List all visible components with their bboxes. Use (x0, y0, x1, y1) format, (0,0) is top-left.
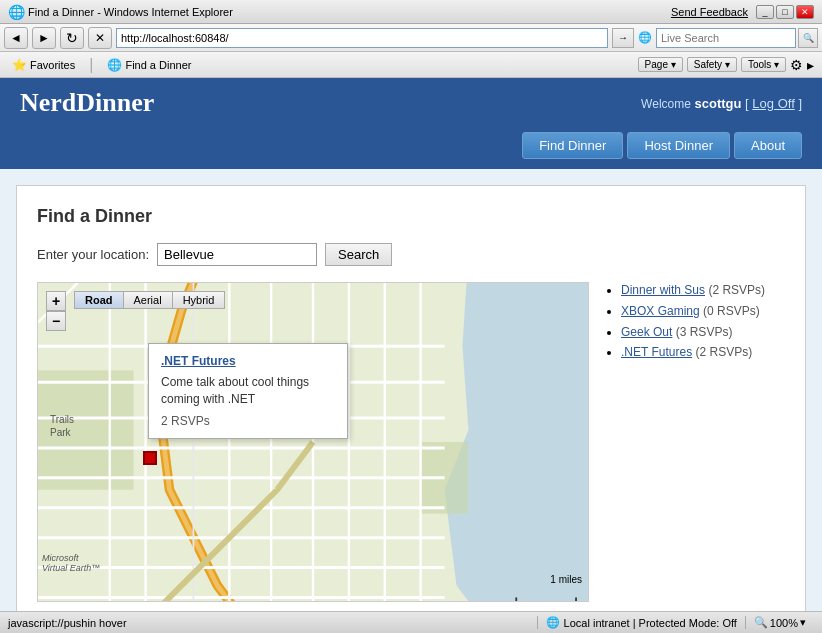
forward-button[interactable]: ► (32, 27, 56, 49)
result-link-0[interactable]: Dinner with Sus (621, 283, 705, 297)
result-link-1[interactable]: XBOX Gaming (621, 304, 700, 318)
toolbar-right-buttons: Page ▾ Safety ▾ Tools ▾ ⚙ ▸ (638, 57, 814, 73)
zone-label: Local intranet | Protected Mode: Off (564, 617, 737, 629)
result-rsvp-1: (0 RSVPs) (703, 304, 760, 318)
browser-titlebar: 🌐 Find a Dinner - Windows Internet Explo… (0, 0, 822, 24)
popup-description: Come talk about cool things coming with … (161, 374, 335, 408)
safety-menu-button[interactable]: Safety ▾ (687, 57, 737, 72)
back-button[interactable]: ◄ (4, 27, 28, 49)
result-item-0: Dinner with Sus (2 RSVPs) (621, 282, 785, 299)
address-bar[interactable] (116, 28, 608, 48)
virtual-earth-label: MicrosoftVirtual Earth™ (42, 553, 100, 573)
location-input[interactable] (157, 243, 317, 266)
zoom-label: 100% (770, 617, 798, 629)
search-button[interactable]: Search (325, 243, 392, 266)
feedback-link[interactable]: Send Feedback (671, 6, 748, 18)
minimize-button[interactable]: _ (756, 5, 774, 19)
zoom-out-button[interactable]: − (46, 311, 66, 331)
bookmark-separator: | (89, 56, 93, 74)
page-title: Find a Dinner (37, 206, 785, 227)
welcome-text: Welcome (641, 97, 691, 111)
map-marker[interactable] (143, 451, 157, 465)
browser-search-input[interactable] (656, 28, 796, 48)
site-logo: NerdDinner (20, 88, 154, 118)
location-form: Enter your location: Search (37, 243, 785, 266)
browser-title: Find a Dinner - Windows Internet Explore… (28, 6, 233, 18)
map-area[interactable]: © 2009 Microsoft Corporation © 2008 NAVT… (37, 282, 589, 602)
refresh-button[interactable]: ↻ (60, 27, 84, 49)
host-dinner-nav-button[interactable]: Host Dinner (627, 132, 730, 159)
result-item-1: XBOX Gaming (0 RSVPs) (621, 303, 785, 320)
zoom-in-button[interactable]: + (46, 291, 66, 311)
aerial-tab[interactable]: Aerial (123, 291, 172, 309)
browser-toolbar: ◄ ► ↻ ✕ → 🌐 🔍 (0, 24, 822, 52)
status-text: javascript://pushin hover (8, 617, 537, 629)
result-rsvp-2: (3 RSVPs) (676, 325, 733, 339)
site-bookmark[interactable]: 🌐 Find a Dinner (103, 56, 195, 74)
site-nav: Find Dinner Host Dinner About (0, 126, 822, 169)
result-item-3: .NET Futures (2 RSVPs) (621, 344, 785, 361)
result-rsvp-0: (2 RSVPs) (708, 283, 765, 297)
popup-rsvp: 2 RSVPs (161, 414, 335, 428)
page-content: NerdDinner Welcome scottgu [ Log Off ] F… (0, 78, 822, 611)
status-zone: 🌐 Local intranet | Protected Mode: Off (537, 616, 745, 629)
log-off-link[interactable]: Log Off (752, 96, 794, 111)
stop-button[interactable]: ✕ (88, 27, 112, 49)
result-rsvp-3: (2 RSVPs) (695, 345, 752, 359)
map-popup: .NET Futures Come talk about cool things… (148, 343, 348, 439)
map-zoom-controls: + − (46, 291, 66, 331)
results-list: Dinner with Sus (2 RSVPs) XBOX Gaming (0… (605, 282, 785, 361)
site-favicon: 🌐 (107, 58, 122, 72)
header-right: Welcome scottgu [ Log Off ] (641, 96, 802, 111)
settings-icon[interactable]: ⚙ (790, 57, 803, 73)
map-scale: 1 miles (550, 574, 582, 585)
main-content: Find a Dinner Enter your location: Searc… (16, 185, 806, 611)
popup-title[interactable]: .NET Futures (161, 354, 335, 368)
page-menu-button[interactable]: Page ▾ (638, 57, 683, 72)
zone-icon: 🌐 (546, 616, 560, 629)
zoom-icon: 🔍 (754, 616, 768, 629)
ie-icon-2: 🌐 (638, 31, 652, 44)
site-bookmark-label: Find a Dinner (125, 59, 191, 71)
window-controls: _ □ ✕ (756, 5, 814, 19)
browser-search-button[interactable]: 🔍 (798, 28, 818, 48)
results-panel: Dinner with Sus (2 RSVPs) XBOX Gaming (0… (605, 282, 785, 602)
bookmarks-bar: ⭐ Favorites | 🌐 Find a Dinner Page ▾ Saf… (0, 52, 822, 78)
favorites-button[interactable]: ⭐ Favorites (8, 56, 79, 74)
map-svg: © 2009 Microsoft Corporation © 2008 NAVT… (38, 283, 588, 601)
help-icon[interactable]: ▸ (807, 57, 814, 73)
map-results-container: © 2009 Microsoft Corporation © 2008 NAVT… (37, 282, 785, 602)
tools-menu-button[interactable]: Tools ▾ (741, 57, 786, 72)
about-nav-button[interactable]: About (734, 132, 802, 159)
trails-label: TrailsPark (50, 413, 74, 439)
road-tab[interactable]: Road (74, 291, 123, 309)
result-link-2[interactable]: Geek Out (621, 325, 672, 339)
map-view-tabs: Road Aerial Hybrid (74, 291, 225, 309)
maximize-button[interactable]: □ (776, 5, 794, 19)
status-bar: javascript://pushin hover 🌐 Local intran… (0, 611, 822, 633)
find-dinner-nav-button[interactable]: Find Dinner (522, 132, 623, 159)
hybrid-tab[interactable]: Hybrid (172, 291, 226, 309)
favorites-label: Favorites (30, 59, 75, 71)
status-zoom: 🔍 100% ▾ (745, 616, 814, 629)
close-button[interactable]: ✕ (796, 5, 814, 19)
result-item-2: Geek Out (3 RSVPs) (621, 324, 785, 341)
go-button[interactable]: → (612, 28, 634, 48)
username-text: scottgu (695, 96, 742, 111)
zoom-caret[interactable]: ▾ (800, 616, 806, 629)
site-header: NerdDinner Welcome scottgu [ Log Off ] (0, 78, 822, 126)
location-label: Enter your location: (37, 247, 149, 262)
ie-icon: 🌐 (8, 4, 25, 20)
result-link-3[interactable]: .NET Futures (621, 345, 692, 359)
browser-search-bar: 🔍 (656, 28, 818, 48)
favorites-star-icon: ⭐ (12, 58, 27, 72)
